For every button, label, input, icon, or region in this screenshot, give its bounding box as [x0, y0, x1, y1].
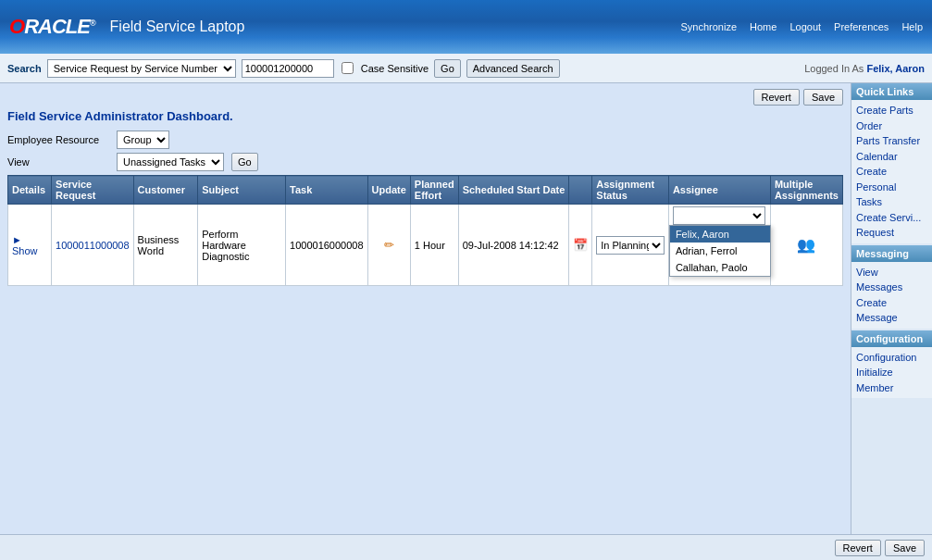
- link-create-personal-tasks[interactable]: CreatePersonalTasks: [856, 164, 927, 210]
- table-row: ► Show 1000011000008 Business World Perf…: [8, 205, 843, 286]
- save-button-bottom[interactable]: Save: [885, 540, 925, 556]
- case-sensitive-label: Case Sensitive: [361, 63, 429, 74]
- employee-resource-label: Employee Resource: [7, 134, 109, 145]
- service-request-link[interactable]: 1000011000008: [56, 240, 130, 251]
- cell-multiple-assignments: 👥: [770, 205, 842, 286]
- cell-subject: Perform Hardware Diagnostic: [198, 205, 286, 286]
- view-go-button[interactable]: Go: [231, 153, 258, 171]
- link-parts-transfer[interactable]: Parts Transfer: [856, 133, 927, 149]
- messaging-header: Messaging: [851, 245, 932, 262]
- header: ORACLE® Field Service Laptop Synchronize…: [0, 0, 932, 54]
- cell-calendar-icon[interactable]: 📅: [569, 205, 592, 286]
- arrow-icon: ►: [12, 234, 22, 245]
- revert-button-bottom[interactable]: Revert: [835, 540, 881, 556]
- cell-task: 1000016000008: [286, 205, 368, 286]
- col-multiple-assignments: MultipleAssignments: [770, 176, 842, 205]
- link-initialize-member[interactable]: InitializeMember: [856, 365, 927, 395]
- cell-planned-effort: 1 Hour: [410, 205, 458, 286]
- col-scheduled-start: Scheduled Start Date: [458, 176, 569, 205]
- cell-assignment-status: In Planning Assigned Completed: [592, 205, 669, 286]
- col-task: Task: [286, 176, 368, 205]
- pencil-icon: ✏: [384, 238, 394, 252]
- nav-help[interactable]: Help: [901, 21, 923, 32]
- col-service-request: ServiceRequest: [52, 176, 134, 205]
- case-sensitive-checkbox[interactable]: [342, 62, 354, 74]
- col-cal: [569, 176, 592, 205]
- logged-in-user: Felix, Aaron: [866, 63, 925, 74]
- nav-synchronize[interactable]: Synchronize: [681, 21, 738, 32]
- messaging-section: Messaging ViewMessages CreateMessage: [851, 245, 932, 329]
- messaging-body: ViewMessages CreateMessage: [851, 262, 932, 329]
- configuration-body: Configuration InitializeMember: [851, 347, 932, 399]
- right-panel: Quick Links Create PartsOrder Parts Tran…: [851, 83, 932, 534]
- assignee-select[interactable]: [673, 206, 765, 225]
- page-title: Field Service Administrator Dashboard.: [7, 109, 843, 123]
- col-update: Update: [367, 176, 410, 205]
- link-calendar[interactable]: Calendar: [856, 149, 927, 165]
- search-go-button[interactable]: Go: [434, 59, 461, 78]
- assignment-status-select[interactable]: In Planning Assigned Completed: [596, 236, 665, 255]
- link-create-service-request[interactable]: Create Servi...Request: [856, 210, 927, 241]
- search-type-select[interactable]: Service Request by Service Number: [47, 59, 236, 78]
- main-content: Revert Save Field Service Administrator …: [0, 83, 851, 534]
- cell-details: ► Show: [8, 205, 52, 286]
- cell-service-request: 1000011000008: [52, 205, 134, 286]
- oracle-logo: ORACLE®: [9, 15, 95, 39]
- col-customer: Customer: [133, 176, 198, 205]
- col-details: Details: [8, 176, 52, 205]
- search-label: Search: [7, 63, 42, 74]
- link-create-message[interactable]: CreateMessage: [856, 295, 927, 326]
- calendar-icon: 📅: [573, 238, 588, 252]
- configuration-section: Configuration Configuration InitializeMe…: [851, 330, 932, 399]
- task-table: Details ServiceRequest Customer Subject …: [7, 175, 843, 286]
- app-title: Field Service Laptop: [110, 19, 245, 35]
- search-bar: Search Service Request by Service Number…: [0, 54, 932, 83]
- view-select[interactable]: Unassigned Tasks: [117, 153, 224, 171]
- revert-button-top[interactable]: Revert: [753, 89, 800, 106]
- cell-customer: Business World: [133, 205, 198, 286]
- link-configuration[interactable]: Configuration: [856, 350, 927, 366]
- assignee-option-felix[interactable]: Felix, Aaron: [670, 226, 770, 243]
- logged-in-label: Logged In As Felix, Aaron: [804, 63, 925, 74]
- quick-links-body: Create PartsOrder Parts Transfer Calenda…: [851, 100, 932, 243]
- assignee-option-callahan[interactable]: Callahan, Paolo: [670, 259, 770, 276]
- cell-update[interactable]: ✏: [367, 205, 410, 286]
- link-view-messages[interactable]: ViewMessages: [856, 265, 927, 295]
- employee-resource-select[interactable]: Group: [117, 131, 169, 149]
- employee-resource-row: Employee Resource Group: [7, 131, 843, 149]
- show-link[interactable]: Show: [12, 245, 38, 256]
- cell-assignee: Felix, Aaron Adrian, Ferrol Callahan, Pa…: [668, 205, 770, 286]
- multi-assign-icon: 👥: [797, 237, 815, 253]
- bottom-buttons: Revert Save: [0, 534, 932, 560]
- task-table-wrapper: Details ServiceRequest Customer Subject …: [7, 175, 843, 286]
- advanced-search-button[interactable]: Advanced Search: [466, 59, 560, 78]
- col-planned-effort: PlannedEffort: [410, 176, 458, 205]
- quick-links-section: Quick Links Create PartsOrder Parts Tran…: [851, 83, 932, 243]
- cell-scheduled-start: 09-Jul-2008 14:12:42: [458, 205, 569, 286]
- nav-preferences[interactable]: Preferences: [834, 21, 889, 32]
- view-label: View: [7, 156, 109, 168]
- search-input[interactable]: [242, 59, 334, 78]
- nav-logout[interactable]: Logout: [789, 21, 821, 32]
- col-subject: Subject: [198, 176, 286, 205]
- view-row: View Unassigned Tasks Go: [7, 153, 843, 171]
- header-nav: Synchronize Home Logout Preferences Help: [681, 21, 923, 32]
- configuration-header: Configuration: [851, 330, 932, 347]
- link-create-parts-order[interactable]: Create PartsOrder: [856, 103, 927, 133]
- quick-links-header: Quick Links: [851, 83, 932, 100]
- col-assignment-status: AssignmentStatus: [592, 176, 669, 205]
- assignee-dropdown: Felix, Aaron Adrian, Ferrol Callahan, Pa…: [669, 225, 771, 277]
- nav-home[interactable]: Home: [750, 21, 777, 32]
- assignee-option-adrian[interactable]: Adrian, Ferrol: [670, 243, 770, 259]
- save-button-top[interactable]: Save: [803, 89, 843, 106]
- logo-area: ORACLE® Field Service Laptop: [9, 15, 244, 39]
- col-assignee: Assignee: [668, 176, 770, 205]
